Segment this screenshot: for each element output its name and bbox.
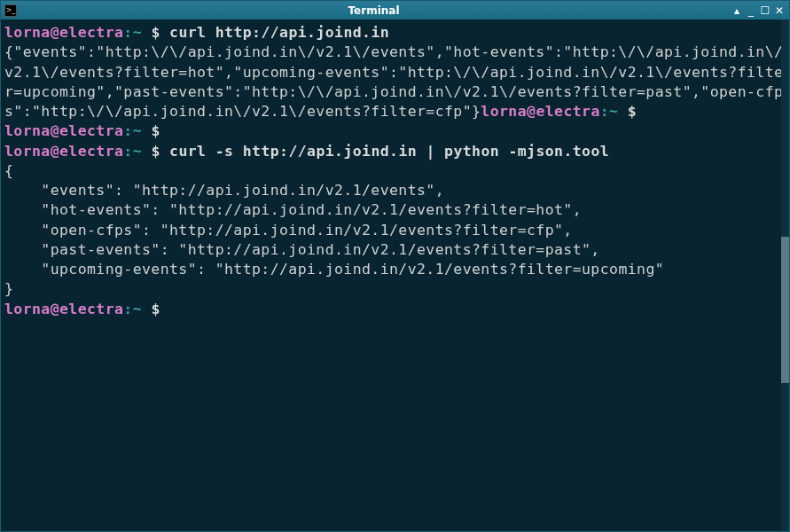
prompt-at: @: [51, 301, 59, 317]
scrollbar[interactable]: [781, 20, 789, 531]
prompt-user: lorna: [4, 301, 51, 317]
prompt-sep: :: [123, 143, 132, 160]
prompt-sep: :: [123, 301, 132, 317]
window-title: Terminal: [17, 4, 731, 17]
titlebar[interactable]: >_ Terminal ▴ _ ☐ ✕: [1, 1, 789, 20]
command-2: curl -s http://api.joind.in | python -mj…: [169, 143, 609, 160]
prompt-at: @: [51, 24, 59, 41]
prompt-at: @: [51, 122, 59, 139]
output-2-l3: "open-cfps": "http://api.joind.in/v2.1/e…: [4, 222, 573, 239]
prompt-sep: :: [600, 103, 609, 120]
prompt-at: @: [51, 143, 59, 160]
prompt-at: @: [527, 103, 536, 120]
output-2-l4: "past-events": "http://api.joind.in/v2.1…: [4, 241, 600, 258]
prompt-host: electra: [59, 143, 123, 160]
prompt-sep: :: [123, 24, 132, 41]
prompt-host: electra: [59, 122, 123, 139]
close-button[interactable]: ✕: [773, 4, 786, 17]
output-1: {"events":"http:\/\/api.joind.in\/v2.1\/…: [4, 43, 783, 120]
prompt-path: ~: [609, 103, 618, 120]
rollup-button[interactable]: ▴: [731, 4, 743, 17]
prompt-symbol: $: [142, 301, 169, 317]
prompt-symbol: $: [142, 24, 169, 41]
prompt-host: electra: [536, 103, 599, 120]
prompt-user: lorna: [481, 103, 527, 120]
prompt-user: lorna: [4, 143, 51, 160]
prompt-symbol: $: [142, 122, 169, 139]
prompt-symbol: $: [142, 143, 169, 160]
prompt-path: ~: [133, 143, 142, 160]
prompt-user: lorna: [4, 24, 51, 41]
output-2-l1: "events": "http://api.joind.in/v2.1/even…: [4, 182, 444, 199]
command-1: curl http://api.joind.in: [169, 24, 389, 41]
maximize-button[interactable]: ☐: [759, 4, 771, 17]
output-2-close: }: [4, 280, 13, 297]
prompt-path: ~: [133, 24, 142, 41]
prompt-symbol: $: [618, 103, 645, 120]
output-2-open: {: [4, 162, 13, 179]
output-2-l2: "hot-events": "http://api.joind.in/v2.1/…: [4, 201, 582, 218]
titlebar-left: >_: [4, 4, 17, 17]
prompt-path: ~: [133, 301, 142, 317]
terminal-content[interactable]: lorna@electra:~ $ curl http://api.joind.…: [1, 20, 789, 531]
output-2-l5: "upcoming-events": "http://api.joind.in/…: [4, 261, 664, 278]
prompt-host: electra: [59, 24, 123, 41]
prompt-sep: :: [123, 122, 132, 139]
window-controls: ▴ _ ☐ ✕: [731, 4, 786, 17]
prompt-path: ~: [133, 122, 142, 139]
prompt-host: electra: [59, 301, 123, 317]
terminal-window: >_ Terminal ▴ _ ☐ ✕ lorna@electra:~ $ cu…: [0, 0, 790, 532]
minimize-button[interactable]: _: [745, 4, 757, 17]
prompt-user: lorna: [4, 122, 51, 139]
terminal-icon: >_: [4, 4, 17, 17]
scroll-thumb[interactable]: [781, 237, 789, 383]
